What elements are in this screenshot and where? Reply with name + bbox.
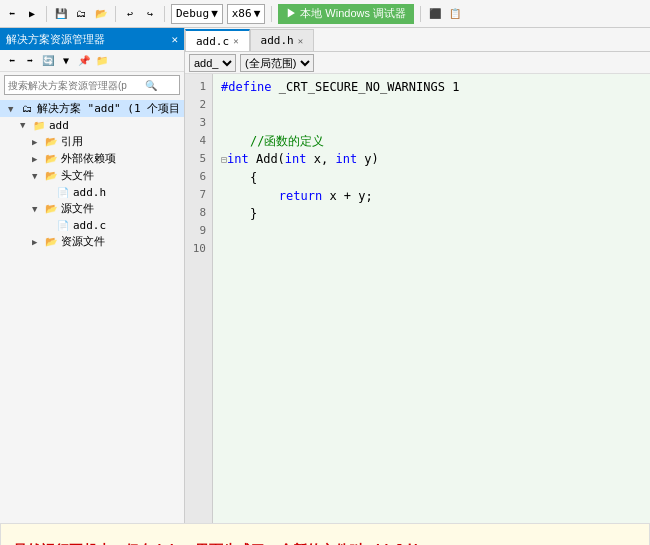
new-folder-icon[interactable]: 📁 <box>94 53 110 69</box>
tree-item-solution[interactable]: ▼ 🗂 解决方案 "add" (1 个项目 <box>0 100 184 117</box>
tab-addh-close[interactable]: ✕ <box>298 36 303 46</box>
solution-explorer-panel: 解决方案资源管理器 ✕ ⬅ ➡ 🔄 ▼ 📌 📁 🔍 ▼ 🗂 解决方案 "add"… <box>0 28 185 523</box>
sep4 <box>271 6 272 22</box>
label-resources: 资源文件 <box>61 234 105 249</box>
label-sources: 源文件 <box>61 201 94 216</box>
label-add-project: add <box>49 119 69 132</box>
code-line-1: #define _CRT_SECURE_NO_WARNINGS 1 <box>221 78 642 96</box>
tree-item-sources[interactable]: ▼ 📂 源文件 <box>0 200 184 217</box>
icon-resources: 📂 <box>44 235 58 249</box>
icon-external: 📂 <box>44 152 58 166</box>
tab-addc-label: add.c <box>196 35 229 48</box>
sep5 <box>420 6 421 22</box>
icon-addh: 📄 <box>56 185 70 199</box>
line-numbers: 1 2 3 4 5 6 7 8 9 10 <box>185 74 213 523</box>
symbol-dropdown-right[interactable]: (全局范围) <box>240 54 314 72</box>
tab-addh[interactable]: add.h ✕ <box>250 29 315 51</box>
icon-refs: 📂 <box>44 135 58 149</box>
arrow-external: ▶ <box>32 154 44 164</box>
tree-item-refs[interactable]: ▶ 📂 引用 <box>0 133 184 150</box>
platform-dropdown-arrow: ▼ <box>254 7 261 20</box>
solution-explorer-header: 解决方案资源管理器 ✕ <box>0 28 184 50</box>
tree-item-addc[interactable]: 📄 add.c <box>0 217 184 233</box>
back-icon[interactable]: ⬅ <box>4 6 20 22</box>
label-external: 外部依赖项 <box>61 151 116 166</box>
sep3 <box>164 6 165 22</box>
code-line-4: //函数的定义 <box>221 132 642 150</box>
open-icon[interactable]: 📂 <box>93 6 109 22</box>
code-line-9 <box>221 223 642 241</box>
tab-addc[interactable]: add.c ✕ <box>185 29 250 51</box>
platform-label: x86 <box>232 7 252 20</box>
editor-panel: add.c ✕ add.h ✕ add_ (全局范围) 1 2 3 4 <box>185 28 650 523</box>
arrow-sources: ▼ <box>32 204 44 214</box>
tab-addh-label: add.h <box>261 34 294 47</box>
search-input[interactable] <box>5 80 145 91</box>
editor-toolbar: add_ (全局范围) <box>185 52 650 74</box>
nav-fwd-icon[interactable]: ➡ <box>22 53 38 69</box>
tree-item-external-deps[interactable]: ▶ 📂 外部依赖项 <box>0 150 184 167</box>
arrow-add: ▼ <box>20 120 32 130</box>
arrow-headers: ▼ <box>32 171 44 181</box>
platform-dropdown[interactable]: x86 ▼ <box>227 4 266 24</box>
save-all-icon[interactable]: 🗂 <box>73 6 89 22</box>
icon-solution: 🗂 <box>20 102 34 116</box>
solution-explorer-title: 解决方案资源管理器 <box>6 32 105 47</box>
tree-view: ▼ 🗂 解决方案 "add" (1 个项目 ▼ 📁 add ▶ 📂 引用 ▶ 📂… <box>0 98 184 523</box>
tab-addc-close[interactable]: ✕ <box>233 36 238 46</box>
label-headers: 头文件 <box>61 168 94 183</box>
code-content[interactable]: #define _CRT_SECURE_NO_WARNINGS 1 //函数的定… <box>213 74 650 523</box>
filter-icon[interactable]: ▼ <box>58 53 74 69</box>
arrow-solution: ▼ <box>8 104 20 114</box>
panel-close-icon[interactable]: ✕ <box>171 33 178 46</box>
refresh-icon[interactable]: 🔄 <box>40 53 56 69</box>
panel-toolbar: ⬅ ➡ 🔄 ▼ 📌 📁 <box>0 50 184 72</box>
debug-dropdown-arrow: ▼ <box>211 7 218 20</box>
search-icon[interactable]: 🔍 <box>145 80 160 91</box>
undo-icon[interactable]: ↩ <box>122 6 138 22</box>
symbol-dropdown-left[interactable]: add_ <box>189 54 236 72</box>
code-line-3 <box>221 114 642 132</box>
sep1 <box>46 6 47 22</box>
run-button[interactable]: ▶ 本地 Windows 调试器 <box>278 4 414 24</box>
forward-icon[interactable]: ▶ <box>24 6 40 22</box>
tree-item-resources[interactable]: ▶ 📂 资源文件 <box>0 233 184 250</box>
debug-icon1[interactable]: ⬛ <box>427 6 443 22</box>
code-line-10 <box>221 241 642 259</box>
main-toolbar: ⬅ ▶ 💾 🗂 📂 ↩ ↪ Debug ▼ x86 ▼ ▶ 本地 Windows… <box>0 0 650 28</box>
code-line-8: } <box>221 205 642 223</box>
label-refs: 引用 <box>61 134 83 149</box>
redo-icon[interactable]: ↪ <box>142 6 158 22</box>
label-addc: add.c <box>73 219 106 232</box>
debug-icon2[interactable]: 📋 <box>447 6 463 22</box>
label-addh: add.h <box>73 186 106 199</box>
code-line-6: { <box>221 169 642 187</box>
sep2 <box>115 6 116 22</box>
code-line-2 <box>221 96 642 114</box>
tree-item-headers[interactable]: ▼ 📂 头文件 <box>0 167 184 184</box>
collapse-icon[interactable]: 📌 <box>76 53 92 69</box>
tab-bar: add.c ✕ add.h ✕ <box>185 28 650 52</box>
nav-back-icon[interactable]: ⬅ <box>4 53 20 69</box>
code-editor[interactable]: 1 2 3 4 5 6 7 8 9 10 #define _CRT_SECURE… <box>185 74 650 523</box>
code-line-7: return x + y; <box>221 187 642 205</box>
tree-item-addh[interactable]: 📄 add.h <box>0 184 184 200</box>
annotation-text: 虽然运行不起来，但在debug里面生成了一个新的文件叫add.lib <box>13 541 422 545</box>
debug-label: Debug <box>176 7 209 20</box>
main-layout: 解决方案资源管理器 ✕ ⬅ ➡ 🔄 ▼ 📌 📁 🔍 ▼ 🗂 解决方案 "add"… <box>0 28 650 523</box>
icon-add-project: 📁 <box>32 118 46 132</box>
icon-headers: 📂 <box>44 169 58 183</box>
arrow-resources: ▶ <box>32 237 44 247</box>
label-solution: 解决方案 "add" (1 个项目 <box>37 101 180 116</box>
save-icon[interactable]: 💾 <box>53 6 69 22</box>
arrow-refs: ▶ <box>32 137 44 147</box>
icon-addc: 📄 <box>56 218 70 232</box>
code-line-5: ⊟int Add(int x, int y) <box>221 150 642 169</box>
tree-item-add[interactable]: ▼ 📁 add <box>0 117 184 133</box>
annotation-box: 虽然运行不起来，但在debug里面生成了一个新的文件叫add.lib <box>0 523 650 545</box>
search-box[interactable]: 🔍 <box>4 75 180 95</box>
debug-dropdown[interactable]: Debug ▼ <box>171 4 223 24</box>
icon-sources: 📂 <box>44 202 58 216</box>
